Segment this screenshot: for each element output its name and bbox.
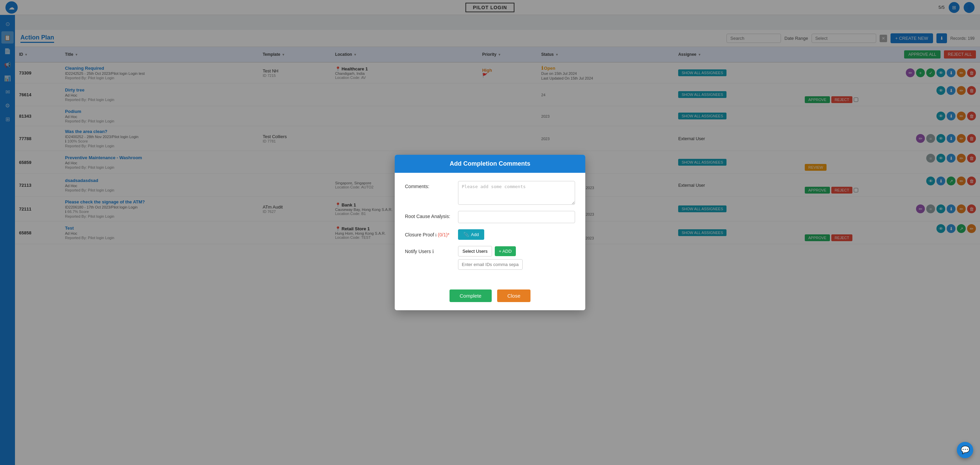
complete-button[interactable]: Complete — [450, 289, 492, 302]
notify-users-controls: Select Users + ADD — [458, 246, 575, 270]
add-completion-comments-modal: Add Completion Comments Comments: Root C… — [395, 155, 585, 310]
notify-info-icon: ℹ — [432, 249, 434, 254]
root-cause-label: Root Cause Analysis: — [405, 211, 453, 219]
add-file-button[interactable]: 📎 Add — [458, 229, 484, 240]
email-input[interactable] — [458, 259, 523, 270]
comments-row: Comments: — [405, 181, 575, 205]
email-input-row — [458, 259, 575, 270]
paperclip-icon: 📎 — [463, 232, 469, 237]
add-users-button[interactable]: + ADD — [495, 246, 516, 256]
comments-label: Comments: — [405, 181, 453, 189]
chat-button[interactable]: 💬 — [957, 442, 973, 458]
notify-users-label: Notify Users ℹ — [405, 246, 453, 254]
root-cause-row: Root Cause Analysis: — [405, 211, 575, 223]
modal-footer: Complete Close — [395, 284, 585, 310]
close-modal-button[interactable]: Close — [497, 289, 530, 302]
modal-overlay[interactable]: Add Completion Comments Comments: Root C… — [0, 0, 980, 465]
notify-users-row: Notify Users ℹ Select Users + ADD — [405, 246, 575, 270]
comments-textarea[interactable] — [458, 181, 575, 205]
closure-proof-hint: ℹ — [435, 233, 438, 237]
modal-header: Add Completion Comments — [395, 155, 585, 173]
root-cause-input[interactable] — [458, 211, 575, 223]
closure-proof-row: Closure Proof ℹ (0/1)* 📎 Add — [405, 229, 575, 240]
closure-proof-count: (0/1)* — [438, 232, 450, 237]
notify-row-top: Select Users + ADD — [458, 246, 575, 257]
modal-body: Comments: Root Cause Analysis: Closure P… — [395, 173, 585, 284]
select-users-button[interactable]: Select Users — [458, 246, 492, 257]
closure-proof-label: Closure Proof ℹ (0/1)* — [405, 229, 453, 237]
